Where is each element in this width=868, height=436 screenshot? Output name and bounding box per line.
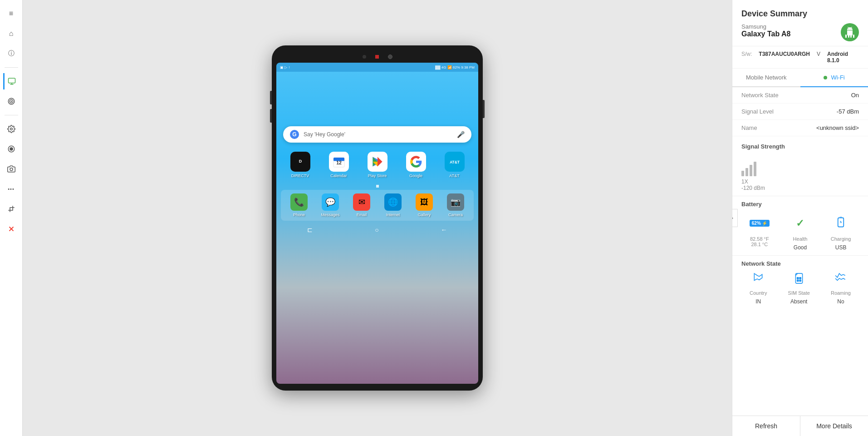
power-button[interactable] bbox=[483, 100, 485, 118]
menu-icon[interactable]: ≡ bbox=[3, 5, 20, 22]
record-icon[interactable] bbox=[3, 141, 20, 157]
phone-app-label: Phone bbox=[293, 213, 305, 217]
android-icon bbox=[841, 23, 859, 41]
app-google[interactable]: Google bbox=[399, 152, 433, 178]
nav-back[interactable]: ← bbox=[441, 226, 447, 233]
signal-strength-title: Signal Strength bbox=[732, 136, 868, 154]
sw-android: Android 8.1.0 bbox=[827, 51, 859, 64]
volume-up-button[interactable] bbox=[270, 91, 272, 104]
dock-messages[interactable]: 💬 Messages bbox=[316, 193, 345, 217]
camera-icon[interactable] bbox=[3, 161, 20, 177]
country-label: Country bbox=[750, 290, 767, 296]
signal-x-value: 1X bbox=[741, 178, 859, 185]
battery-temp-label: 82.58 °F 28.1 °C bbox=[750, 236, 769, 247]
att-icon: AT&T bbox=[445, 152, 465, 172]
calendar-label: Calendar bbox=[330, 173, 347, 178]
svg-rect-21 bbox=[797, 280, 798, 281]
phone-screen[interactable]: ▣ ▷ ↑ ▓▓ 4G 📶 62% 9:38 PM G Say 'Hey Goo… bbox=[276, 63, 478, 384]
phone-container: ▣ ▷ ↑ ▓▓ 4G 📶 62% 9:38 PM G Say 'Hey Goo… bbox=[272, 45, 483, 391]
directv-icon: D bbox=[290, 152, 310, 172]
tab-wifi[interactable]: Wi-Fi bbox=[800, 69, 868, 87]
target-icon[interactable] bbox=[3, 93, 20, 109]
signal-strength-chart bbox=[732, 154, 868, 178]
info-icon[interactable]: ⓘ bbox=[3, 45, 20, 62]
bar-2 bbox=[745, 168, 748, 176]
name-label: Name bbox=[741, 124, 757, 131]
crop-icon[interactable] bbox=[3, 201, 20, 217]
dock-camera[interactable]: 📷 Camera bbox=[441, 193, 470, 217]
signal-dbm-value: -120 dBm bbox=[741, 185, 859, 191]
app-att[interactable]: AT&T AT&T bbox=[437, 152, 471, 178]
phone-status-bar: ▣ ▷ ↑ ▓▓ 4G 📶 62% 9:38 PM bbox=[276, 63, 478, 72]
panel-content: Network State On Signal Level -57 dBm Na… bbox=[732, 87, 868, 416]
nav-recents[interactable]: ⊏ bbox=[307, 226, 313, 233]
dock-gallery[interactable]: 🖼 Gallery bbox=[410, 193, 439, 217]
status-left-icons: ▣ ▷ ↑ bbox=[280, 65, 290, 69]
battery-title: Battery bbox=[741, 201, 859, 208]
tab-wifi-label: Wi-Fi bbox=[831, 74, 844, 81]
svg-text:D: D bbox=[299, 159, 302, 164]
sidebar-divider-2 bbox=[5, 115, 18, 115]
nav-home[interactable]: ○ bbox=[375, 226, 378, 233]
panel-title: Device Summary bbox=[741, 9, 859, 19]
gallery-label: Gallery bbox=[418, 213, 431, 217]
device-info: Samsung Galaxy Tab A8 bbox=[741, 23, 859, 41]
name-row: Name <unknown ssid> bbox=[732, 120, 868, 136]
main-content: ▣ ▷ ↑ ▓▓ 4G 📶 62% 9:38 PM G Say 'Hey Goo… bbox=[23, 0, 732, 436]
software-info: S/w: T387AAUCU0ARGH V Android 8.1.0 bbox=[732, 46, 868, 69]
messages-icon: 💬 bbox=[322, 193, 339, 211]
status-left-text: ▣ ▷ ↑ bbox=[280, 65, 290, 69]
battery-health-icon: ✓ bbox=[789, 213, 811, 233]
google-search-bar[interactable]: G Say 'Hey Google' 🎤 bbox=[283, 126, 471, 143]
collapse-handle[interactable]: › bbox=[732, 209, 738, 227]
device-icon[interactable] bbox=[3, 73, 20, 89]
email-icon: ✉ bbox=[353, 193, 370, 211]
svg-point-3 bbox=[11, 101, 12, 102]
app-play-store[interactable]: Play Store bbox=[360, 152, 394, 178]
battery-health-label: Health bbox=[793, 236, 808, 242]
dock-internet[interactable]: 🌐 Internet bbox=[378, 193, 407, 217]
app-calendar[interactable]: 12 Calendar bbox=[322, 152, 356, 178]
gallery-icon: 🖼 bbox=[416, 193, 433, 211]
close-icon[interactable] bbox=[3, 221, 20, 237]
more-icon[interactable]: ••• bbox=[3, 181, 20, 197]
signal-level-label: Signal Level bbox=[741, 108, 774, 115]
country-card: Country IN bbox=[750, 272, 767, 305]
wifi-dot bbox=[824, 76, 827, 79]
refresh-button[interactable]: Refresh bbox=[732, 416, 800, 436]
signal-level-row: Signal Level -57 dBm bbox=[732, 104, 868, 120]
roaming-icon bbox=[835, 272, 847, 287]
battery-health-card: ✓ Health Good bbox=[789, 213, 811, 251]
directv-label: DIRECTV bbox=[291, 173, 309, 178]
dock-phone[interactable]: 📞 Phone bbox=[284, 193, 314, 217]
play-store-icon bbox=[368, 152, 387, 172]
settings-icon[interactable] bbox=[3, 121, 20, 137]
tab-mobile-network[interactable]: Mobile Network bbox=[732, 69, 800, 87]
internet-label: Internet bbox=[386, 213, 400, 217]
device-brand: Samsung bbox=[741, 23, 791, 30]
battery-temp-c: 28.1 °C bbox=[750, 242, 769, 247]
network-state-row: Network State On bbox=[732, 87, 868, 104]
volume-down-button[interactable] bbox=[270, 109, 272, 123]
app-directv[interactable]: D DIRECTV bbox=[283, 152, 317, 178]
svg-rect-19 bbox=[797, 277, 798, 279]
country-value: IN bbox=[755, 298, 761, 305]
camera-app-icon: 📷 bbox=[447, 193, 464, 211]
search-text: Say 'Hey Google' bbox=[304, 131, 452, 138]
phone-app-icon: 📞 bbox=[290, 193, 308, 211]
ns-cards: Country IN SIM bbox=[741, 272, 859, 305]
panel-header: Device Summary Samsung Galaxy Tab A8 bbox=[732, 0, 868, 46]
mic-icon[interactable]: 🎤 bbox=[457, 131, 465, 138]
play-store-label: Play Store bbox=[368, 173, 387, 178]
tabs: Mobile Network Wi-Fi bbox=[732, 69, 868, 87]
more-details-button[interactable]: More Details bbox=[800, 416, 868, 436]
dock-email[interactable]: ✉ Email bbox=[347, 193, 376, 217]
battery-cards: 62% ⚡ 82.58 °F 28.1 °C ✓ Health Goo bbox=[741, 213, 859, 251]
ns-title: Network State bbox=[741, 260, 859, 267]
internet-icon: 🌐 bbox=[384, 193, 402, 211]
messages-label: Messages bbox=[321, 213, 339, 217]
home-icon[interactable]: ⌂ bbox=[3, 25, 20, 42]
app-dock: 📞 Phone 💬 Messages ✉ Email 🌐 bbox=[281, 190, 474, 221]
check-icon: ✓ bbox=[796, 218, 804, 229]
sw-version: V bbox=[817, 51, 820, 64]
